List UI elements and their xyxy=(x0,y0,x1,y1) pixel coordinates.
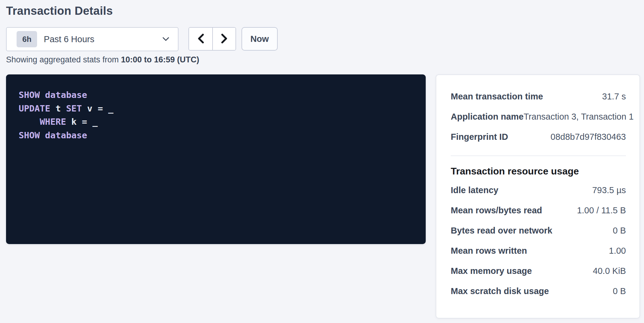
stat-label: Idle latency xyxy=(451,185,498,195)
stat-value: 1.00 / 11.5 B xyxy=(577,205,626,215)
stat-value: 0 B xyxy=(613,226,626,236)
time-range-dropdown[interactable]: 6h Past 6 Hours xyxy=(6,27,178,51)
sql-token: k = _ xyxy=(66,117,98,127)
sql-token: UPDATE xyxy=(19,103,50,114)
stat-label: Mean rows written xyxy=(451,246,527,256)
stat-value: 40.0 KiB xyxy=(593,266,626,276)
time-range-selected-label: Past 6 Hours xyxy=(44,34,162,44)
time-controls: 6h Past 6 Hours xyxy=(6,27,640,51)
stat-value: 1.00 xyxy=(609,246,626,256)
stat-label: Mean rows/bytes read xyxy=(451,205,542,215)
now-button[interactable]: Now xyxy=(242,27,278,51)
stat-label: Application name xyxy=(451,112,524,122)
stat-row-fingerprint-id: Fingerprint ID 08d8b7d97f830463 xyxy=(451,127,626,147)
stat-label: Bytes read over network xyxy=(451,226,552,236)
stat-label: Mean transaction time xyxy=(451,92,543,102)
stat-value: 31.7 s xyxy=(602,92,626,102)
aggregated-stats-caption: Showing aggregated stats from 10:00 to 1… xyxy=(6,55,640,64)
card-divider xyxy=(451,155,626,156)
stat-value: 793.5 µs xyxy=(592,185,626,195)
stat-label: Max scratch disk usage xyxy=(451,286,549,296)
stat-row-mean-rows-bytes-read: Mean rows/bytes read 1.00 / 11.5 B xyxy=(451,200,626,221)
stat-row-application-name: Application name Transaction 3, Transact… xyxy=(451,107,626,127)
sql-statement-viewer: SHOW database UPDATE t SET v = _ WHERE k… xyxy=(6,74,426,244)
stat-label: Fingerprint ID xyxy=(451,132,508,142)
stat-row-mean-rows-written: Mean rows written 1.00 xyxy=(451,241,626,261)
sql-token: WHERE xyxy=(40,117,66,127)
transaction-stats-card: Mean transaction time 31.7 s Application… xyxy=(436,74,640,318)
chevron-down-icon xyxy=(162,37,169,42)
sql-token: SET xyxy=(66,103,82,114)
stat-row-idle-latency: Idle latency 793.5 µs xyxy=(451,180,626,200)
sql-token: v = _ xyxy=(82,103,114,114)
previous-time-button[interactable] xyxy=(189,28,212,50)
page-title: Transaction Details xyxy=(6,4,640,17)
chevron-left-icon xyxy=(197,33,205,45)
stat-row-mean-transaction-time: Mean transaction time 31.7 s xyxy=(451,86,626,107)
stat-value: 08d8b7d97f830463 xyxy=(551,132,626,142)
transaction-details-page: Transaction Details 6h Past 6 Hours xyxy=(0,0,644,318)
sql-token: SHOW database xyxy=(19,90,87,100)
stat-value: Transaction 3, Transaction 1 xyxy=(524,112,634,122)
caption-prefix: Showing aggregated stats from xyxy=(6,55,121,64)
sql-token: SHOW database xyxy=(19,130,87,140)
sql-token: t xyxy=(50,103,66,114)
stat-label: Max memory usage xyxy=(451,266,532,276)
time-range-badge: 6h xyxy=(17,31,37,47)
time-nav-button-group xyxy=(188,27,236,51)
stat-row-max-scratch-disk-usage: Max scratch disk usage 0 B xyxy=(451,281,626,301)
stat-row-bytes-read-over-network: Bytes read over network 0 B xyxy=(451,221,626,241)
caption-time-range: 10:00 to 16:59 (UTC) xyxy=(121,55,199,64)
resource-usage-heading: Transaction resource usage xyxy=(451,165,626,178)
chevron-right-icon xyxy=(220,33,229,45)
stat-row-max-memory-usage: Max memory usage 40.0 KiB xyxy=(451,261,626,281)
stat-value: 0 B xyxy=(613,286,626,296)
next-time-button[interactable] xyxy=(212,28,235,50)
main-content: SHOW database UPDATE t SET v = _ WHERE k… xyxy=(6,74,640,318)
sql-indent xyxy=(19,117,40,127)
